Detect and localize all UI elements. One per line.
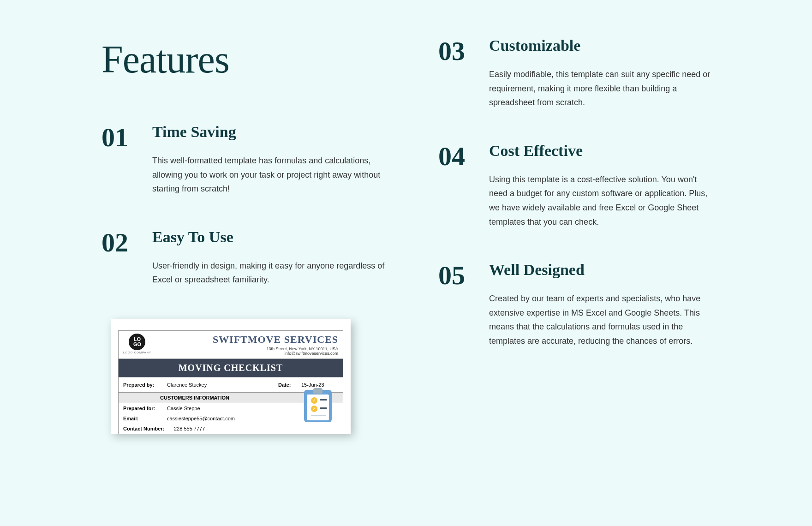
date-value: 15-Jun-23 [301, 382, 338, 388]
contact-label: Contact Number: [123, 426, 174, 431]
email-label: Email: [123, 416, 167, 421]
prepared-by-label: Prepared by: [123, 382, 167, 388]
logo-icon: LO GO [129, 334, 145, 350]
feature-number: 01 [102, 123, 152, 151]
prepared-for-label: Prepared for: [123, 406, 167, 411]
logo-subtext: LOGO COMPANY [123, 351, 151, 354]
feature-title: Easy To Use [152, 228, 388, 246]
feature-number: 02 [102, 228, 152, 256]
feature-item: 01 Time Saving This well-formatted templ… [102, 123, 388, 196]
feature-item: 04 Cost Effective Using this template is… [438, 142, 710, 229]
feature-title: Time Saving [152, 123, 388, 141]
feature-item: 03 Customizable Easily modifiable, this … [438, 37, 710, 110]
feature-item: 05 Well Designed Created by our team of … [438, 261, 710, 348]
feature-number: 04 [438, 142, 489, 170]
feature-desc: Using this template is a cost-effective … [489, 173, 710, 229]
feature-title: Customizable [489, 37, 710, 54]
preview-logo: LO GO LOGO COMPANY [123, 334, 151, 354]
company-address: 13th Street, New York, NY 10011, USA [213, 347, 338, 351]
feature-desc: This well-formatted template has formula… [152, 154, 388, 196]
feature-number: 05 [438, 261, 489, 289]
company-email: info@swiftmoveservices.com [213, 351, 338, 356]
feature-title: Well Designed [489, 261, 710, 279]
page-title: Features [102, 37, 388, 82]
feature-desc: Easily modifiable, this template can sui… [489, 67, 710, 110]
feature-item: 02 Easy To Use User-friendly in design, … [102, 228, 388, 287]
feature-title: Cost Effective [489, 142, 710, 160]
clipboard-icon: ✓ ✓ [304, 390, 332, 422]
company-name: SWIFTMOVE SERVICES [213, 334, 338, 346]
feature-desc: Created by our team of experts and speci… [489, 292, 710, 348]
checklist-title-bar: MOVING CHECKLIST [118, 359, 343, 377]
date-label: Date: [278, 382, 301, 388]
feature-desc: User-friendly in design, making it easy … [152, 259, 388, 287]
template-preview: LO GO LOGO COMPANY SWIFTMOVE SERVICES 13… [111, 319, 351, 434]
prepared-by-value: Clarence Stuckey [167, 382, 278, 388]
feature-number: 03 [438, 37, 489, 65]
contact-value: 228 555 7777 [174, 426, 338, 431]
